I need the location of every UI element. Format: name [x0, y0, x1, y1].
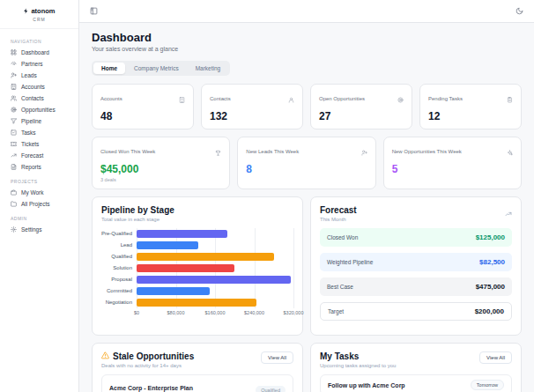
stat-label: Pending Tasks: [428, 96, 463, 101]
sidebar-item-opportunities[interactable]: Opportunities: [5, 104, 73, 115]
alert-triangle-icon: [101, 351, 109, 361]
sidebar-item-forecast[interactable]: Forecast: [5, 150, 73, 161]
category-label: Qualified: [101, 251, 137, 263]
page-title: Dashboard: [92, 31, 522, 44]
stat-card-new-opportunities: New Opportunities This Week 5: [383, 137, 522, 189]
tasks-view-all-button[interactable]: View All: [479, 351, 512, 364]
highlights-row: Closed Won This Week $45,000 3 deals New…: [92, 137, 522, 189]
user-icon: [288, 91, 294, 107]
chart-plot-area: [137, 228, 293, 308]
bar-lead: [137, 241, 198, 249]
theme-toggle-button[interactable]: [514, 3, 525, 19]
task-name: Follow up with Acme Corp: [328, 382, 405, 388]
sidebar-item-label: Pipeline: [21, 118, 41, 124]
tab-home[interactable]: Home: [93, 63, 125, 74]
trending-up-icon: [505, 205, 512, 221]
forecast-subtitle: This Month: [320, 217, 357, 222]
list-item[interactable]: Follow up with Acme Corp Tomorrow: [320, 374, 512, 392]
sidebar-item-contacts[interactable]: Contacts: [5, 92, 73, 104]
brand-tagline: CRM: [4, 17, 75, 22]
sidebar-nav: Navigation Dashboard Partners Leads Acco…: [0, 29, 78, 239]
sidebar-toggle-button[interactable]: [88, 3, 100, 19]
forecast-row-weighted-pipeline: Weighted Pipeline $82,500: [320, 253, 512, 271]
chart-bar-row: [137, 297, 293, 308]
chart-category-labels: Pre-Qualified Lead Qualified Solution Pr…: [101, 228, 137, 308]
bar-qualified: [137, 253, 274, 261]
stat-value: $45,000: [100, 163, 221, 175]
x-tick: $0: [134, 310, 139, 315]
category-label: Proposal: [101, 274, 137, 285]
clipboard-icon: [507, 91, 513, 107]
forecast-label: Target: [328, 308, 344, 314]
brand[interactable]: atonom CRM: [0, 0, 78, 29]
sidebar-item-my-work[interactable]: My Work: [5, 187, 73, 198]
target-icon: [11, 107, 17, 113]
stat-value: 8: [246, 163, 367, 175]
forecast-value: $475,000: [476, 283, 505, 291]
sidebar-item-label: Tickets: [21, 141, 39, 147]
brand-name: atonom: [31, 7, 55, 15]
stat-label: New Opportunities This Week: [392, 149, 462, 154]
section-label-admin: Admin: [11, 216, 73, 221]
list-item[interactable]: Acme Corp - Enterprise Plan Acme Corpora…: [101, 374, 293, 392]
handshake-icon: [11, 61, 17, 67]
stat-card-open-opportunities: Open Opportunities 27: [310, 84, 412, 129]
forecast-panel: Forecast This Month Closed Won $125,000 …: [310, 196, 522, 336]
stale-view-all-button[interactable]: View All: [261, 351, 293, 364]
sidebar-item-settings[interactable]: Settings: [5, 224, 73, 235]
category-label: Lead: [101, 240, 137, 251]
chart-bar-row: [137, 285, 293, 297]
sidebar-item-label: Forecast: [21, 152, 43, 159]
chart-bar-row: [137, 240, 293, 251]
deal-name: Acme Corp - Enterprise Plan: [109, 385, 193, 391]
sidebar-item-tasks[interactable]: Tasks: [5, 127, 73, 138]
forecast-title: Forecast: [320, 205, 357, 215]
grid-icon: [11, 49, 17, 55]
chart-x-axis: $0 $80,000 $160,000 $240,000 $320,000: [137, 310, 293, 318]
pipeline-title: Pipeline by Stage: [101, 205, 293, 215]
stat-card-new-leads: New Leads This Week 8: [237, 137, 375, 189]
sidebar-item-reports[interactable]: Reports: [5, 161, 73, 173]
main-area: Dashboard Your sales overview at a glanc…: [79, 0, 534, 392]
stat-label: New Leads This Week: [246, 149, 299, 154]
sidebar-item-partners[interactable]: Partners: [5, 58, 73, 70]
panel-left-icon: [90, 4, 98, 18]
x-tick: $320,000: [284, 310, 304, 315]
sidebar-item-label: Tasks: [21, 129, 36, 136]
chart-bar-row: [137, 228, 293, 240]
x-tick: $160,000: [205, 310, 226, 315]
stat-card-accounts: Accounts 48: [92, 84, 194, 129]
tab-company-metrics[interactable]: Company Metrics: [126, 63, 187, 74]
sidebar-item-pipeline[interactable]: Pipeline: [5, 115, 73, 127]
lists-row: Stale Opportunities Deals with no activi…: [92, 343, 522, 392]
sidebar-item-leads[interactable]: Leads: [5, 70, 73, 81]
tab-marketing[interactable]: Marketing: [188, 63, 229, 74]
user-plus-icon: [361, 144, 367, 159]
sidebar-item-all-projects[interactable]: All Projects: [5, 198, 73, 210]
charts-row: Pipeline by Stage Total value in each st…: [92, 196, 522, 336]
page-subtitle: Your sales overview at a glance: [92, 46, 522, 52]
pipeline-subtitle: Total value in each stage: [101, 217, 293, 222]
sidebar-item-label: Settings: [21, 226, 42, 233]
briefcase-icon: [11, 189, 17, 196]
category-label: Pre-Qualified: [101, 228, 137, 240]
brand-logo-icon: [23, 8, 29, 14]
forecast-label: Weighted Pipeline: [327, 259, 373, 265]
sparkles-icon: [507, 144, 513, 159]
forecast-value: $82,500: [479, 258, 505, 266]
stat-value: 132: [210, 110, 294, 122]
pipeline-panel: Pipeline by Stage Total value in each st…: [92, 196, 303, 336]
stale-title: Stale Opportunities: [113, 351, 194, 361]
folder-icon: [11, 201, 17, 207]
target-icon: [397, 91, 404, 107]
section-label-navigation: Navigation: [11, 39, 73, 44]
section-label-projects: Projects: [11, 179, 73, 184]
sidebar-item-dashboard[interactable]: Dashboard: [5, 47, 73, 58]
gear-icon: [11, 226, 17, 233]
sidebar-item-tickets[interactable]: Tickets: [5, 138, 73, 150]
forecast-value: $200,000: [475, 307, 504, 315]
sidebar: atonom CRM Navigation Dashboard Partners…: [0, 0, 79, 392]
sidebar-item-accounts[interactable]: Accounts: [5, 81, 73, 92]
stats-row: Accounts 48 Contacts 132 Open Opportunit…: [92, 84, 522, 129]
stat-value: 48: [100, 110, 185, 122]
